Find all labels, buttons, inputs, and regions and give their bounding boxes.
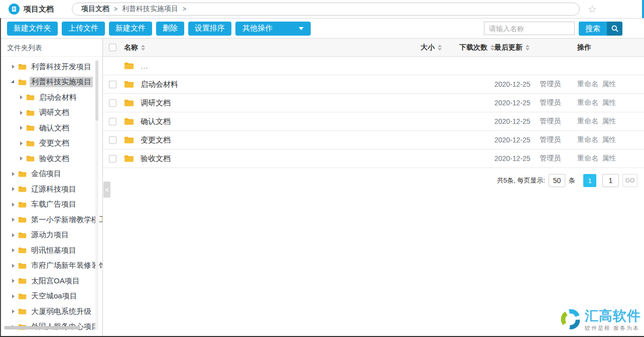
tree-item[interactable]: 利普科技开发项目 xyxy=(0,59,102,75)
toolbar-button-4[interactable]: 删除 xyxy=(156,22,184,36)
column-header-downloads[interactable]: 下载次数 xyxy=(442,43,494,52)
caret-collapsed-icon[interactable] xyxy=(20,141,23,145)
rename-link[interactable]: 重命名 xyxy=(577,98,598,107)
tree-item-label[interactable]: 源动力项目 xyxy=(30,230,70,240)
go-button[interactable]: GO xyxy=(622,174,637,187)
tree-item-label[interactable]: 金信项目 xyxy=(30,168,63,179)
row-checkbox[interactable] xyxy=(109,81,116,88)
tree-item-label[interactable]: 利普科技开发项目 xyxy=(30,62,93,72)
sort-icon[interactable] xyxy=(526,45,530,51)
properties-link[interactable]: 属性 xyxy=(602,135,616,144)
toolbar-button-1[interactable]: 新建文件夹 xyxy=(7,22,58,36)
caret-expanded-icon[interactable] xyxy=(11,80,16,84)
toolbar-button-5[interactable]: 设置排序 xyxy=(188,22,231,36)
tree-item-label[interactable]: 辽源科技项目 xyxy=(30,184,78,195)
more-actions-dropdown[interactable]: 其他操作 xyxy=(235,22,311,36)
folder-name-cell[interactable]: 调研文档 xyxy=(124,98,359,108)
tree-item-label[interactable]: 调研文档 xyxy=(38,107,71,118)
caret-collapsed-icon[interactable] xyxy=(20,126,23,130)
column-header-name[interactable]: 名称 xyxy=(124,43,359,52)
caret-collapsed-icon[interactable] xyxy=(12,248,15,252)
tree-item[interactable]: 源动力项目 xyxy=(0,228,102,243)
tree-item[interactable]: 启动会材料 xyxy=(0,90,102,105)
table-row[interactable]: 确认文档2020-12-25管理员重命名属性 xyxy=(103,112,644,131)
tree-item[interactable]: 利普科技实施项目 xyxy=(0,75,102,90)
folder-name-cell[interactable]: 验收文档 xyxy=(124,154,359,163)
properties-link[interactable]: 属性 xyxy=(602,154,616,163)
caret-collapsed-icon[interactable] xyxy=(12,187,15,191)
select-all-checkbox[interactable] xyxy=(109,44,116,51)
breadcrumb-item[interactable]: 项目文档 xyxy=(81,5,109,14)
table-row[interactable]: 验收文档2020-12-25管理员重命名属性 xyxy=(103,149,644,168)
row-checkbox[interactable] xyxy=(109,99,116,107)
tree-item-label[interactable]: 明讯恒基项目 xyxy=(30,245,78,256)
properties-link[interactable]: 属性 xyxy=(602,117,616,126)
caret-collapsed-icon[interactable] xyxy=(20,156,23,160)
sort-icon[interactable] xyxy=(490,45,494,51)
caret-collapsed-icon[interactable] xyxy=(20,111,23,115)
sidebar-collapse-handle[interactable]: < xyxy=(103,182,110,198)
search-button[interactable]: 搜索 xyxy=(579,22,622,36)
table-row[interactable]: 调研文档2020-12-25管理员重命名属性 xyxy=(103,94,644,112)
properties-link[interactable]: 属性 xyxy=(602,98,616,107)
properties-link[interactable]: 属性 xyxy=(602,80,616,89)
rename-link[interactable]: 重命名 xyxy=(577,135,598,144)
tree-item-label[interactable]: 变更文档 xyxy=(38,138,71,148)
tree-item[interactable]: 市府广场新年装修装饰项目 xyxy=(0,258,102,274)
tree-item[interactable]: 调研文档 xyxy=(0,105,102,121)
search-input[interactable] xyxy=(484,22,575,35)
tree-item[interactable]: 验收文档 xyxy=(0,151,102,166)
row-checkbox[interactable] xyxy=(109,118,116,125)
caret-collapsed-icon[interactable] xyxy=(12,264,15,268)
tree-item-label[interactable]: 利普科技实施项目 xyxy=(30,77,93,87)
caret-collapsed-icon[interactable] xyxy=(12,309,15,313)
caret-collapsed-icon[interactable] xyxy=(12,65,15,69)
caret-collapsed-icon[interactable] xyxy=(20,95,23,99)
tree-item[interactable]: 车载广告项目 xyxy=(0,197,102,213)
tree-item-label[interactable]: 验收文档 xyxy=(38,153,71,164)
tree-item-label[interactable]: 第一小学新增教学楼工程 xyxy=(30,215,103,225)
tree-item[interactable]: 变更文档 xyxy=(0,136,102,151)
tree-item[interactable]: 太阳宫OA项目 xyxy=(0,273,102,289)
caret-collapsed-icon[interactable] xyxy=(12,279,15,283)
tree-item[interactable]: 确认文档 xyxy=(0,120,102,136)
column-header-updated[interactable]: 最后更新 xyxy=(494,43,536,52)
tree-item[interactable]: 明讯恒基项目 xyxy=(0,243,102,258)
folder-name-cell[interactable]: 变更文档 xyxy=(124,135,359,145)
rename-link[interactable]: 重命名 xyxy=(577,80,598,89)
page-number-input[interactable] xyxy=(602,174,619,187)
tree-item[interactable]: 大厦弱电系统升级 xyxy=(0,304,102,319)
sidebar-horizontal-scrollbar-thumb[interactable] xyxy=(4,326,80,329)
parent-folder-row[interactable]: ... xyxy=(103,57,644,75)
column-header-size[interactable]: 大小 xyxy=(359,43,442,52)
sort-icon[interactable] xyxy=(438,45,442,51)
folder-name-cell[interactable]: 确认文档 xyxy=(124,117,359,126)
sidebar-vertical-scrollbar-thumb[interactable] xyxy=(95,61,98,121)
tree-item-label[interactable]: 确认文档 xyxy=(38,123,71,133)
folder-name-cell[interactable]: 启动会材料 xyxy=(124,80,359,89)
tree-item-label[interactable]: 启动会材料 xyxy=(38,92,78,103)
tree-item-label[interactable]: 太阳宫OA项目 xyxy=(30,276,81,286)
breadcrumb-item[interactable]: 利普科技实施项目 xyxy=(122,5,178,14)
favorite-star-icon[interactable]: ☆ xyxy=(588,4,597,14)
tree-item[interactable]: 金信项目 xyxy=(0,166,102,182)
tree-item-label[interactable]: 车载广告项目 xyxy=(30,199,78,210)
toolbar-button-2[interactable]: 上传文件 xyxy=(62,22,105,36)
row-checkbox[interactable] xyxy=(109,136,116,144)
table-row[interactable]: 变更文档2020-12-25管理员重命名属性 xyxy=(103,131,644,149)
caret-collapsed-icon[interactable] xyxy=(12,233,15,237)
tree-item[interactable]: 天空城oa项目 xyxy=(0,289,102,304)
row-checkbox[interactable] xyxy=(109,155,116,162)
tree-item-label[interactable]: 天空城oa项目 xyxy=(30,291,79,301)
page-size-input[interactable] xyxy=(549,174,565,187)
caret-collapsed-icon[interactable] xyxy=(12,203,15,207)
tree-item[interactable]: 辽源科技项目 xyxy=(0,182,102,197)
caret-collapsed-icon[interactable] xyxy=(12,172,15,176)
page-button-1[interactable]: 1 xyxy=(583,174,596,187)
rename-link[interactable]: 重命名 xyxy=(577,154,598,163)
caret-collapsed-icon[interactable] xyxy=(12,294,15,298)
tree-item-label[interactable]: 大厦弱电系统升级 xyxy=(30,306,93,317)
rename-link[interactable]: 重命名 xyxy=(577,117,598,126)
parent-folder-cell[interactable]: ... xyxy=(124,62,359,70)
tree-item-label[interactable]: 市府广场新年装修装饰项目 xyxy=(30,260,103,271)
